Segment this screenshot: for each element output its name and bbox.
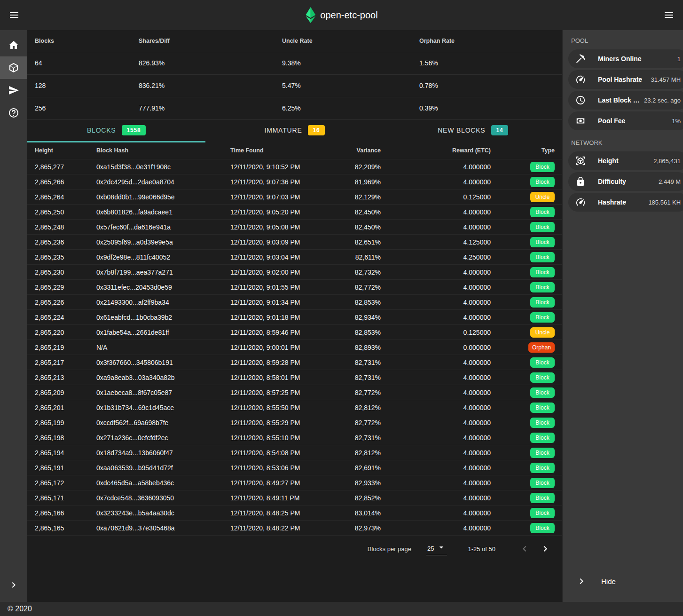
pool-section-label: POOL: [568, 30, 683, 49]
stat-last-block-found: Last Block Found 23.2 sec. ago: [568, 91, 683, 110]
block-row: 2,865,201 0x1b31b734...69c1d45ace 12/11/…: [27, 400, 562, 415]
sidebar-expand-button[interactable]: [0, 574, 27, 596]
block-variance: 82,651%: [318, 235, 388, 250]
summary-uncle-rate: 9.38%: [275, 52, 412, 74]
summary-shares-diff: 836.21%: [131, 74, 275, 97]
sidebar-item-home[interactable]: [0, 34, 27, 56]
block-hash: 0xa70621d9...37e305468a: [89, 521, 223, 536]
block-height: 2,865,226: [27, 295, 89, 310]
block-reward: 4.000000: [388, 220, 498, 235]
tab-blocks-label: BLOCKS: [87, 126, 116, 134]
block-row: 2,865,166 0x3233243e...b5a4aa30dc 12/11/…: [27, 505, 562, 521]
block-row: 2,865,277 0xa15d3f38...0e31f1908c 12/11/…: [27, 159, 562, 174]
app-title: open-etc-pool: [320, 10, 377, 21]
block-height: 2,865,235: [27, 250, 89, 265]
block-reward: 4.000000: [388, 355, 498, 370]
block-time-found: 12/11/2020, 8:55:10 PM: [223, 430, 318, 445]
block-time-found: 12/11/2020, 8:49:11 PM: [223, 490, 318, 505]
block-row: 2,865,199 0xccdf562f...69a698b7fe 12/11/…: [27, 415, 562, 430]
block-reward: 4.000000: [388, 400, 498, 415]
block-variance: 82,450%: [318, 205, 388, 220]
pickaxe-icon: [575, 54, 586, 64]
summary-row: 256 777.91% 6.25% 0.39%: [27, 97, 562, 119]
block-variance: 81,969%: [318, 174, 388, 190]
stat-value: 2,865,431: [652, 158, 681, 165]
block-time-found: 12/11/2020, 9:05:08 PM: [223, 220, 318, 235]
luck-summary-table: Blocks Shares/Diff Uncle Rate Orphan Rat…: [27, 30, 562, 120]
menu-button-left[interactable]: [3, 4, 25, 26]
block-type-chip: Block: [530, 508, 555, 518]
tab-immature[interactable]: IMMATURE 16: [205, 120, 384, 142]
block-row: 2,865,230 0x7b8f7199...aea377a271 12/11/…: [27, 265, 562, 280]
block-type-chip: Uncle: [530, 192, 555, 202]
per-page-select[interactable]: 25: [426, 543, 447, 555]
block-type-chip: Block: [530, 312, 555, 323]
menu-button-right[interactable]: [658, 4, 680, 26]
stat-label: Difficulty: [598, 178, 626, 185]
block-hash: 0xb08dd0b1...99e066d95e: [89, 190, 223, 205]
block-variance: 82,893%: [318, 340, 388, 355]
top-bar: open-etc-pool: [0, 0, 683, 30]
block-time-found: 12/11/2020, 9:01:34 PM: [223, 295, 318, 310]
hide-sidebar-button[interactable]: Hide: [563, 570, 683, 592]
block-hash: 0x7b8f7199...aea377a271: [89, 265, 223, 280]
block-time-found: 12/11/2020, 9:01:18 PM: [223, 310, 318, 325]
block-reward: 0.000000: [388, 340, 498, 355]
sidebar-item-blocks[interactable]: [0, 56, 27, 79]
block-row: 2,865,266 0x2dc4295d...2dae0a8704 12/11/…: [27, 174, 562, 190]
prev-page-button[interactable]: [514, 538, 535, 559]
stat-label: Miners Online: [598, 55, 642, 63]
block-hash: 0x21493300...af2ff9ba34: [89, 295, 223, 310]
block-reward: 4.000000: [388, 310, 498, 325]
block-row: 2,865,172 0xdc465d5a...a58beb436c 12/11/…: [27, 475, 562, 490]
left-sidebar: [0, 30, 27, 602]
stat-value: 23.2 sec. ago: [643, 97, 681, 104]
summary-blocks: 256: [27, 97, 131, 119]
stat-miners-online: Miners Online 1: [568, 49, 683, 68]
block-height: 2,865,209: [27, 385, 89, 400]
block-variance: 82,772%: [318, 385, 388, 400]
col-header-hash: Block Hash: [89, 142, 223, 159]
block-reward: 4.000000: [388, 415, 498, 430]
block-type-chip: Block: [530, 207, 555, 217]
block-hash: 0x3311efec...20453d0e59: [89, 280, 223, 295]
block-height: 2,865,201: [27, 400, 89, 415]
summary-blocks: 64: [27, 52, 131, 74]
sidebar-item-help[interactable]: [0, 102, 27, 124]
block-time-found: 12/11/2020, 9:02:00 PM: [223, 265, 318, 280]
block-variance: 82,812%: [318, 400, 388, 415]
block-variance: 82,934%: [318, 310, 388, 325]
stats-sidebar: POOL Miners Online 1 Pool Hashrate 31.45…: [562, 30, 683, 602]
pagination: Blocks per page 25 1-25 of 50: [27, 536, 562, 562]
summary-header-row: Blocks Shares/Diff Uncle Rate Orphan Rat…: [27, 30, 562, 52]
tab-blocks[interactable]: BLOCKS 1558: [27, 120, 205, 142]
block-time-found: 12/11/2020, 9:03:09 PM: [223, 235, 318, 250]
tab-immature-label: IMMATURE: [265, 126, 302, 134]
blocks-table: Height Block Hash Time Found Variance Re…: [27, 142, 562, 536]
block-row: 2,865,209 0x1aebeca8...8f67c05e87 12/11/…: [27, 385, 562, 400]
block-type-chip: Block: [530, 523, 555, 533]
block-reward: 4.000000: [388, 280, 498, 295]
block-variance: 82,973%: [318, 521, 388, 536]
chevron-right-icon: [8, 579, 19, 591]
block-variance: 82,691%: [318, 460, 388, 475]
block-row: 2,865,219 N/A 12/11/2020, 9:00:01 PM 82,…: [27, 340, 562, 355]
summary-uncle-rate: 5.47%: [275, 74, 412, 97]
tab-new-blocks[interactable]: NEW BLOCKS 14: [384, 120, 562, 142]
col-header-height: Height: [27, 142, 89, 159]
block-hash: 0x7cdce548...3636093050: [89, 490, 223, 505]
block-type-chip: Block: [530, 493, 555, 503]
block-height: 2,865,229: [27, 280, 89, 295]
next-page-button[interactable]: [535, 538, 556, 559]
chevron-left-icon: [519, 543, 530, 554]
stat-label: Hashrate: [598, 198, 626, 206]
block-row: 2,865,236 0x25095f69...a0d39e9e5a 12/11/…: [27, 235, 562, 250]
summary-orphan-rate: 0.39%: [412, 97, 562, 119]
stat-pool-fee: Pool Fee 1%: [568, 111, 683, 130]
block-type-chip: Block: [530, 237, 555, 247]
block-hash: 0x57fec60f...da616e941a: [89, 220, 223, 235]
block-row: 2,865,217 0x3f367660...345806b191 12/11/…: [27, 355, 562, 370]
block-type-chip: Block: [530, 463, 555, 473]
block-hash: 0x1fabe54a...2661de81ff: [89, 325, 223, 340]
sidebar-item-payments[interactable]: [0, 79, 27, 102]
